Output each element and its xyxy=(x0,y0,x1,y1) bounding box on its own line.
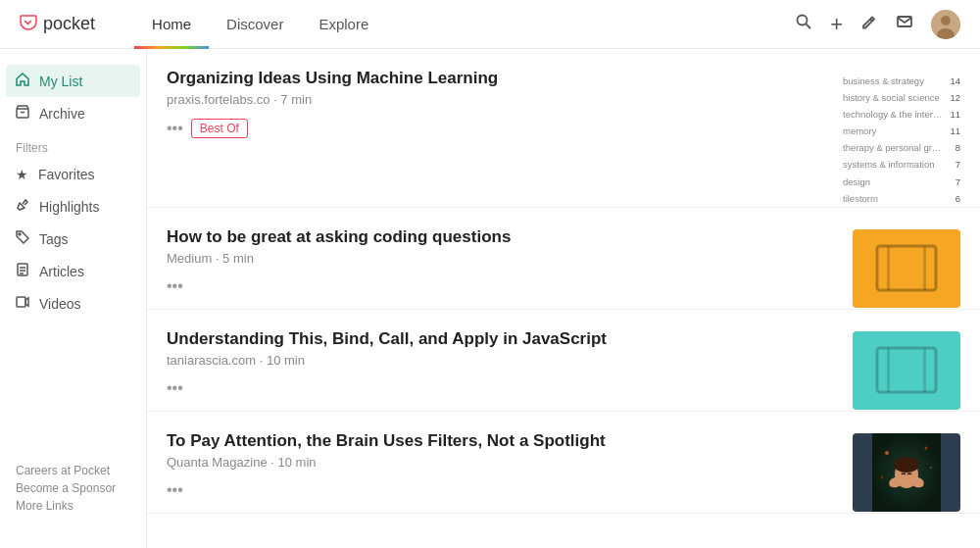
logo[interactable]: pocket xyxy=(20,14,95,34)
sponsor-link[interactable]: Become a Sponsor xyxy=(16,481,130,495)
sidebar-item-favorites[interactable]: ★ Favorites xyxy=(0,159,146,190)
sidebar-item-highlights[interactable]: Highlights xyxy=(0,190,146,223)
svg-point-4 xyxy=(941,16,951,25)
article-thumbnail xyxy=(853,331,960,410)
article-thumbnail xyxy=(853,229,960,308)
chart-label: tilestorm xyxy=(843,190,943,207)
chart-row: business & strategy14 xyxy=(843,73,960,89)
sidebar-item-videos[interactable]: Videos xyxy=(0,287,146,320)
svg-rect-6 xyxy=(17,109,28,118)
more-links[interactable]: More Links xyxy=(16,499,130,513)
chart-row: systems & information7 xyxy=(843,156,960,173)
svg-point-23 xyxy=(930,467,932,469)
careers-link[interactable]: Careers at Pocket xyxy=(16,464,130,477)
svg-rect-14 xyxy=(877,246,936,290)
article-body: How to be great at asking coding questio… xyxy=(167,227,853,309)
article-thumbnail xyxy=(853,433,960,512)
tag-best-of[interactable]: Best Of xyxy=(191,119,248,138)
article-meta: Medium · 5 min xyxy=(167,251,833,266)
chart-value: 14 xyxy=(947,73,960,89)
sidebar-item-articles[interactable]: Articles xyxy=(0,255,146,287)
articles-list: Organizing Ideas Using Machine Learning … xyxy=(147,49,980,548)
article-options-button[interactable]: ••• xyxy=(167,379,183,397)
my-list-label: My List xyxy=(39,74,82,89)
articles-icon xyxy=(16,263,29,279)
article-meta: Quanta Magazine · 10 min xyxy=(167,455,833,470)
article-body: To Pay Attention, the Brain Uses Filters… xyxy=(167,431,853,513)
svg-point-0 xyxy=(798,16,808,25)
chart-value: 12 xyxy=(947,89,960,106)
chart-value: 11 xyxy=(947,123,960,139)
filters-label: Filters xyxy=(0,129,146,159)
article-item: Organizing Ideas Using Machine Learning … xyxy=(147,49,980,208)
chart-row: memory11 xyxy=(843,123,960,139)
svg-rect-13 xyxy=(17,297,25,307)
highlight-icon xyxy=(16,198,29,215)
sidebar-item-tags[interactable]: Tags xyxy=(0,223,146,255)
top-nav: pocket Home Discover Explore + xyxy=(0,0,980,49)
edit-icon[interactable] xyxy=(860,13,878,35)
thumbnail-brain xyxy=(853,433,960,512)
chart-value: 7 xyxy=(947,174,960,190)
highlights-label: Highlights xyxy=(39,199,99,215)
chart-row: history & social science12 xyxy=(843,89,960,106)
sidebar: My List Archive Filters ★ Favorites High… xyxy=(0,49,147,548)
nav-icons: + xyxy=(795,10,960,39)
user-avatar[interactable] xyxy=(931,10,960,39)
svg-point-24 xyxy=(881,475,884,478)
chart-row: therapy & personal growth8 xyxy=(843,139,960,156)
article-read-time: 5 min xyxy=(222,251,254,266)
tag-icon xyxy=(16,230,29,247)
chart-label: business & strategy xyxy=(843,73,943,89)
chart-label: systems & information xyxy=(843,156,943,173)
article-title[interactable]: To Pay Attention, the Brain Uses Filters… xyxy=(167,431,833,451)
chart-row: technology & the internet11 xyxy=(843,106,960,123)
tab-discover[interactable]: Discover xyxy=(209,0,301,49)
svg-point-8 xyxy=(19,233,21,235)
article-tags: ••• Best Of xyxy=(167,119,823,152)
article-source: praxis.fortelabs.co xyxy=(167,92,270,107)
article-separator: · xyxy=(260,353,267,368)
star-icon: ★ xyxy=(16,167,28,182)
sidebar-item-archive[interactable]: Archive xyxy=(0,97,146,129)
article-item: To Pay Attention, the Brain Uses Filters… xyxy=(147,412,980,514)
svg-point-22 xyxy=(925,446,928,449)
article-options-button[interactable]: ••• xyxy=(167,120,183,137)
mail-icon[interactable] xyxy=(896,13,913,35)
tab-home[interactable]: Home xyxy=(134,0,209,49)
sidebar-item-my-list[interactable]: My List xyxy=(6,65,140,97)
svg-rect-16 xyxy=(923,246,926,290)
article-tags: ••• xyxy=(167,481,833,513)
article-meta: praxis.fortelabs.co · 7 min xyxy=(167,92,823,107)
tags-label: Tags xyxy=(39,231,69,247)
search-icon[interactable] xyxy=(795,13,812,35)
article-options-button[interactable]: ••• xyxy=(167,277,183,295)
article-read-time: 7 min xyxy=(280,92,312,107)
article-body: Understanding This, Bind, Call, and Appl… xyxy=(167,329,853,411)
article-meta: taniarascia.com · 10 min xyxy=(167,353,833,368)
article-source: taniarascia.com xyxy=(167,353,256,368)
article-source: Quanta Magazine xyxy=(167,455,268,470)
article-read-time: 10 min xyxy=(277,455,316,470)
thumbnail-coding xyxy=(853,229,960,308)
add-icon[interactable]: + xyxy=(830,12,843,37)
chart-value: 7 xyxy=(947,156,960,173)
archive-icon xyxy=(16,105,29,122)
article-read-time: 10 min xyxy=(267,353,305,368)
articles-label: Articles xyxy=(39,264,84,279)
chart-label: design xyxy=(843,174,943,190)
chart-row: tilestorm6 xyxy=(843,190,960,207)
article-title[interactable]: Organizing Ideas Using Machine Learning xyxy=(167,69,823,88)
svg-rect-15 xyxy=(887,246,890,290)
brand-name: pocket xyxy=(43,14,95,34)
tab-explore[interactable]: Explore xyxy=(301,0,386,49)
chart-label: memory xyxy=(843,123,943,139)
article-title[interactable]: How to be great at asking coding questio… xyxy=(167,227,833,247)
svg-point-26 xyxy=(894,457,919,473)
article-options-button[interactable]: ••• xyxy=(167,481,183,499)
article-tags: ••• xyxy=(167,277,833,309)
chart-label: history & social science xyxy=(843,89,943,106)
article-title[interactable]: Understanding This, Bind, Call, and Appl… xyxy=(167,329,833,349)
chart-value: 8 xyxy=(947,139,960,156)
article-tags: ••• xyxy=(167,379,833,411)
